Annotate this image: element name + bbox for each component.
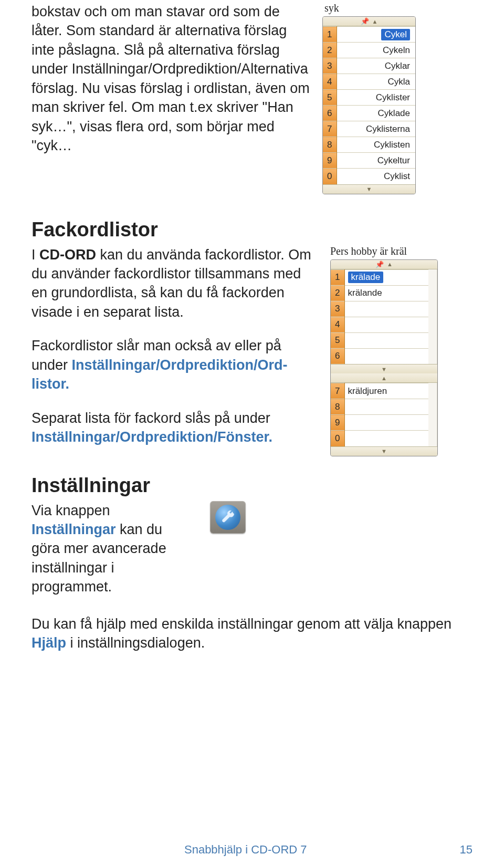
fack-paragraph-1: I CD-ORD kan du använda fackordlistor. O… <box>32 245 318 322</box>
suggestion-word[interactable] <box>344 332 428 348</box>
suggestion-row[interactable]: 9 <box>331 415 428 431</box>
suggestion-number: 2 <box>323 43 337 58</box>
link-installningar: Inställningar <box>32 522 116 537</box>
panel-handle-mid[interactable]: ▼ <box>331 364 437 373</box>
suggestion-word[interactable]: kräldjuren <box>344 383 428 399</box>
pin-icon: 📌 <box>375 260 384 268</box>
suggestion-row[interactable]: 6 <box>331 348 428 364</box>
suggestion-row[interactable]: 0Cyklist <box>323 169 415 184</box>
chevron-down-icon: ▼ <box>381 366 387 372</box>
inst-paragraph-1: Via knappen Inställningar kan du göra me… <box>32 501 194 597</box>
chevron-down-icon: ▼ <box>381 448 387 454</box>
suggestion-number: 1 <box>331 269 344 285</box>
suggestion-number: 0 <box>331 431 344 446</box>
suggestion-word[interactable]: Cyklisten <box>337 137 415 153</box>
chevron-up-icon: ▲ <box>372 18 378 25</box>
suggestion-row[interactable]: 2krälande <box>331 285 428 301</box>
suggestion-word[interactable]: Cykeltur <box>337 153 415 169</box>
suggestion-number: 3 <box>323 58 337 74</box>
pin-icon: 📌 <box>361 17 369 25</box>
footer-title: Snabbhjälp i CD-ORD 7 <box>184 843 307 857</box>
typed-text-1: syk <box>324 2 416 14</box>
suggestion-word[interactable]: Cykla <box>337 74 415 90</box>
suggestion-number: 9 <box>331 415 344 431</box>
suggestion-number: 7 <box>323 121 337 137</box>
suggestion-row[interactable]: 8Cyklisten <box>323 137 415 153</box>
suggestion-row[interactable]: 4Cykla <box>323 74 415 90</box>
heading-fackordlistor: Fackordlistor <box>32 218 472 241</box>
suggestion-number: 4 <box>331 317 344 332</box>
suggestion-word[interactable] <box>344 317 428 332</box>
suggestion-number: 8 <box>331 399 344 415</box>
suggestion-row[interactable]: 9Cykeltur <box>323 153 415 169</box>
panel-handle-top[interactable]: 📌▲ <box>323 17 415 26</box>
suggestion-word[interactable]: Cykel <box>337 27 415 43</box>
suggestion-row[interactable]: 8 <box>331 399 428 415</box>
suggestion-panel-2[interactable]: 📌▲ 1krälade2krälande3456 ▼ ▲ 7kräldjuren… <box>330 259 438 456</box>
suggestion-number: 9 <box>323 153 337 169</box>
chevron-up-icon: ▲ <box>387 261 393 267</box>
suggestion-row[interactable]: 4 <box>331 317 428 332</box>
suggestion-word[interactable] <box>344 348 428 364</box>
suggestion-number: 1 <box>323 27 337 43</box>
suggestion-number: 7 <box>331 383 344 399</box>
fack-paragraph-3: Separat lista för fackord slås på under … <box>32 409 318 447</box>
suggestion-row[interactable]: 7kräldjuren <box>331 383 428 399</box>
suggestion-number: 8 <box>323 137 337 153</box>
cdord-name: CD-ORD <box>39 247 96 263</box>
chevron-down-icon: ▼ <box>366 186 372 192</box>
suggestion-word[interactable] <box>344 415 428 431</box>
page-number: 15 <box>460 843 472 857</box>
suggestion-word[interactable]: Cyklar <box>337 58 415 74</box>
suggestion-row[interactable]: 1krälade <box>331 269 428 285</box>
inst-paragraph-2: Du kan få hjälp med enskilda inställning… <box>32 614 472 653</box>
intro-paragraph: bokstav och om man stavar ord som de låt… <box>32 4 310 153</box>
panel-handle-bottom[interactable]: ▼ <box>331 446 437 456</box>
suggestion-number: 5 <box>323 90 337 106</box>
settings-button[interactable] <box>210 501 246 534</box>
suggestion-number: 2 <box>331 285 344 301</box>
panel-handle-bottom[interactable]: ▼ <box>323 184 415 194</box>
heading-installningar: Inställningar <box>32 474 472 497</box>
suggestion-word[interactable] <box>344 301 428 317</box>
suggestion-row[interactable]: 1Cykel <box>323 27 415 43</box>
suggestion-number: 4 <box>323 74 337 90</box>
panel-handle-top[interactable]: 📌▲ <box>331 260 437 269</box>
suggestion-panel-1[interactable]: 📌▲ 1Cykel2Cykeln3Cyklar4Cykla5Cyklister6… <box>322 16 416 194</box>
suggestion-number: 5 <box>331 332 344 348</box>
suggestion-number: 6 <box>323 106 337 121</box>
suggestion-number: 0 <box>323 169 337 184</box>
suggestion-row[interactable]: 0 <box>331 431 428 446</box>
suggestion-word[interactable]: Cyklister <box>337 90 415 106</box>
suggestion-row[interactable]: 5 <box>331 332 428 348</box>
suggestion-word[interactable] <box>344 399 428 415</box>
suggestion-number: 3 <box>331 301 344 317</box>
suggestion-row[interactable]: 5Cyklister <box>323 90 415 106</box>
suggestion-word[interactable]: krälade <box>344 269 428 285</box>
suggestion-row[interactable]: 3Cyklar <box>323 58 415 74</box>
chevron-up-icon: ▲ <box>381 375 387 381</box>
suggestion-number: 6 <box>331 348 344 364</box>
suggestion-row[interactable]: 7Cyklisterna <box>323 121 415 137</box>
suggestion-word[interactable]: Cyklist <box>337 169 415 184</box>
wrench-icon <box>215 505 240 530</box>
suggestion-word[interactable]: krälande <box>344 285 428 301</box>
suggestion-row[interactable]: 2Cykeln <box>323 43 415 58</box>
fack-paragraph-2: Fackordlistor slår man också av eller på… <box>32 336 318 393</box>
typed-text-2: Pers hobby är kräl <box>330 245 438 257</box>
suggestion-word[interactable]: Cykeln <box>337 43 415 58</box>
suggestion-word[interactable]: Cyklisterna <box>337 121 415 137</box>
suggestion-row[interactable]: 3 <box>331 301 428 317</box>
suggestion-word[interactable] <box>344 431 428 446</box>
suggestion-word[interactable]: Cyklade <box>337 106 415 121</box>
suggestion-row[interactable]: 6Cyklade <box>323 106 415 121</box>
panel-handle-mid2[interactable]: ▲ <box>331 373 437 383</box>
link-fonster: Inställningar/Ordprediktion/Fönster. <box>32 429 272 445</box>
link-hjalp: Hjälp <box>32 635 66 651</box>
